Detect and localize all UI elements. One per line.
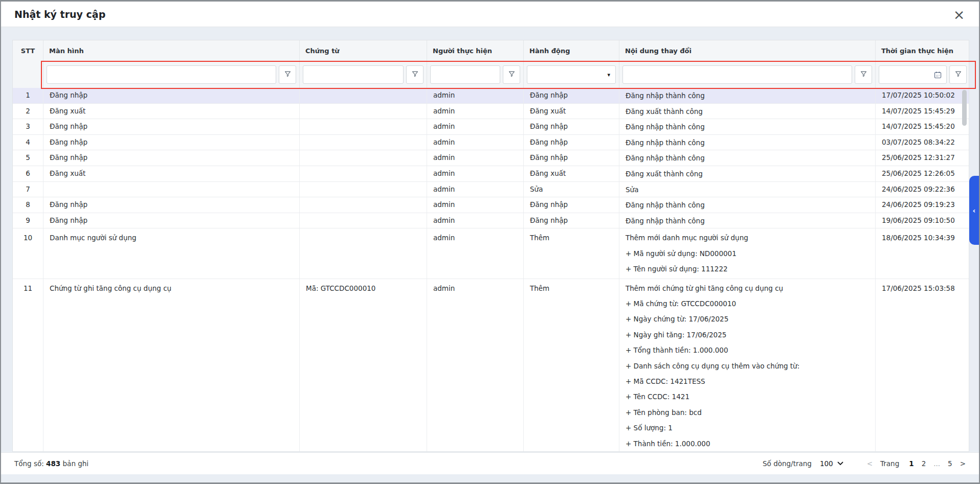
man-hinh-filter-input[interactable]	[51, 66, 272, 83]
hanh-dong-filter-select[interactable]: ▾	[527, 65, 616, 84]
filter-funnel-icon	[411, 70, 419, 80]
footer-bar: Tổng số: 483 bản ghi Số dòng/trang 100 <…	[1, 452, 979, 474]
column-header-man-hinh[interactable]: Màn hình	[43, 40, 300, 61]
cell-stt: 9	[13, 213, 43, 228]
table-row[interactable]: 2Đăng xuấtadminĐăng xuấtĐăng xuất thành …	[13, 104, 969, 120]
noi-dung-filter-button[interactable]	[855, 65, 872, 84]
cell-noi-dung-thay-doi: Đăng xuất thành công	[619, 104, 876, 119]
cell-nguoi-thuc-hien: admin	[427, 166, 524, 181]
previous-page-button[interactable]: <	[867, 459, 873, 468]
cell-man-hinh: Đăng nhập	[43, 213, 300, 228]
total-prefix: Tổng số:	[14, 459, 44, 468]
cell-nguoi-thuc-hien: admin	[427, 150, 524, 166]
table-row[interactable]: 9Đăng nhậpadminĐăng nhậpĐăng nhập thành …	[13, 213, 969, 229]
table-row[interactable]: 1Đăng nhậpadminĐăng nhậpĐăng nhập thành …	[13, 88, 969, 104]
cell-noi-dung-thay-doi: Đăng nhập thành công	[619, 213, 876, 228]
cell-man-hinh: Đăng nhập	[43, 88, 300, 103]
cell-thoi-gian-thuc-hien: 25/06/2025 12:26:05	[876, 166, 969, 181]
chevron-down-icon	[837, 462, 843, 466]
cell-chung-tu	[300, 104, 427, 119]
page-word-label: Trang	[880, 459, 899, 468]
filter-cell-nguoi-thuc-hien	[427, 61, 524, 88]
table-row[interactable]: 5Đăng nhậpadminĐăng nhậpĐăng nhập thành …	[13, 150, 969, 166]
cell-hanh-dong: Đăng nhập	[524, 135, 619, 150]
filter-cell-noi-dung	[619, 61, 876, 88]
cell-noi-dung-thay-doi: Đăng nhập thành công	[619, 197, 876, 213]
man-hinh-filter-button[interactable]	[279, 65, 296, 84]
cell-nguoi-thuc-hien: admin	[427, 135, 524, 150]
cell-stt: 7	[13, 182, 43, 197]
cell-hanh-dong: Thêm	[524, 228, 619, 278]
table-row[interactable]: 4Đăng nhậpadminĐăng nhậpĐăng nhập thành …	[13, 135, 969, 151]
column-header-thoi-gian-thuc-hien[interactable]: Thời gian thực hiện	[876, 40, 970, 61]
page-size-label: Số dòng/trang	[763, 459, 812, 468]
cell-stt: 5	[13, 150, 43, 166]
total-suffix: bản ghi	[63, 459, 89, 468]
vertical-scrollbar-thumb[interactable]	[962, 90, 967, 126]
page-size-select[interactable]: 100	[820, 459, 843, 468]
thoi-gian-filter-input[interactable]	[883, 66, 933, 83]
cell-stt: 1	[13, 88, 43, 103]
cell-nguoi-thuc-hien: admin	[427, 119, 524, 134]
cell-chung-tu	[300, 88, 427, 103]
column-header-nguoi-thuc-hien[interactable]: Người thực hiện	[427, 40, 524, 61]
table-row[interactable]: 10Danh mục người sử dụngadminThêmThêm mớ…	[13, 228, 969, 279]
page-size-value: 100	[820, 459, 833, 468]
thoi-gian-filter-button[interactable]	[949, 65, 967, 84]
calendar-icon[interactable]	[933, 71, 942, 79]
column-header-chung-tu[interactable]: Chứng từ	[300, 40, 427, 61]
cell-hanh-dong: Đăng nhập	[524, 197, 619, 213]
cell-hanh-dong: Đăng nhập	[524, 119, 619, 134]
page-button-2[interactable]: 2	[922, 459, 926, 468]
cell-thoi-gian-thuc-hien: 25/06/2025 12:31:27	[876, 150, 969, 166]
close-icon: ×	[953, 8, 965, 21]
cell-thoi-gian-thuc-hien: 03/07/2025 08:34:22	[876, 135, 969, 150]
table-row[interactable]: 3Đăng nhậpadminĐăng nhậpĐăng nhập thành …	[13, 119, 969, 135]
filter-cell-chung-tu	[300, 61, 427, 88]
column-header-stt[interactable]: STT	[13, 40, 43, 61]
cell-nguoi-thuc-hien: admin	[427, 197, 524, 213]
column-header-noi-dung-thay-doi[interactable]: Nội dung thay đổi	[619, 40, 876, 61]
cell-man-hinh: Đăng xuất	[43, 166, 300, 181]
noi-dung-filter-input[interactable]	[627, 66, 848, 83]
table-body: 1Đăng nhậpadminĐăng nhậpĐăng nhập thành …	[12, 88, 969, 452]
cell-noi-dung-thay-doi: Đăng nhập thành công	[619, 135, 876, 150]
cell-hanh-dong: Đăng xuất	[524, 104, 619, 119]
total-value: 483	[46, 459, 60, 468]
next-page-button[interactable]: >	[960, 459, 966, 468]
cell-man-hinh: Chứng từ ghi tăng công cụ dụng cụ	[43, 279, 300, 452]
column-header-hanh-dong[interactable]: Hành động	[524, 40, 619, 61]
table-row[interactable]: 6Đăng xuấtadminĐăng xuấtĐăng xuất thành …	[13, 166, 969, 182]
close-button[interactable]: ×	[950, 6, 968, 23]
cell-chung-tu	[300, 197, 427, 213]
cell-stt: 4	[13, 135, 43, 150]
page-button-1[interactable]: 1	[909, 459, 914, 468]
cell-nguoi-thuc-hien: admin	[427, 104, 524, 119]
cell-thoi-gian-thuc-hien: 24/06/2025 09:22:36	[876, 182, 969, 197]
chung-tu-filter-button[interactable]	[406, 65, 424, 84]
chevron-left-icon: ‹	[973, 207, 976, 214]
page-ellipsis: ...	[933, 459, 940, 468]
cell-noi-dung-thay-doi: Đăng nhập thành công	[619, 119, 876, 134]
table-row[interactable]: 8Đăng nhậpadminĐăng nhậpĐăng nhập thành …	[13, 197, 969, 213]
cell-nguoi-thuc-hien: admin	[427, 88, 524, 103]
total-records: Tổng số: 483 bản ghi	[14, 459, 88, 468]
table-row[interactable]: 7adminSửaSửa24/06/2025 09:22:36	[13, 182, 969, 198]
cell-noi-dung-thay-doi: Thêm mới danh mục người sử dụng+ Mã ngườ…	[619, 228, 876, 278]
nguoi-thuc-hien-filter-input[interactable]	[435, 66, 496, 83]
page-button-5[interactable]: 5	[948, 459, 952, 468]
thoi-gian-date-input[interactable]	[879, 65, 947, 84]
filter-funnel-icon	[954, 70, 962, 80]
nguoi-thuc-hien-filter-button[interactable]	[503, 65, 520, 84]
cell-man-hinh: Đăng nhập	[43, 197, 300, 213]
chung-tu-filter-input[interactable]	[307, 66, 399, 83]
pagination: < Trang 1 2 ... 5 >	[867, 459, 966, 468]
cell-stt: 11	[13, 279, 43, 452]
cell-stt: 8	[13, 197, 43, 213]
dialog-titlebar: Nhật ký truy cập ×	[1, 2, 979, 27]
table-row[interactable]: 11Chứng từ ghi tăng công cụ dụng cụMã: G…	[13, 279, 969, 452]
table-filter-row: ▾	[12, 61, 969, 88]
cell-noi-dung-thay-doi: Đăng nhập thành công	[619, 88, 876, 103]
side-panel-collapse-tab[interactable]: ‹	[969, 176, 979, 245]
cell-chung-tu	[300, 228, 427, 278]
